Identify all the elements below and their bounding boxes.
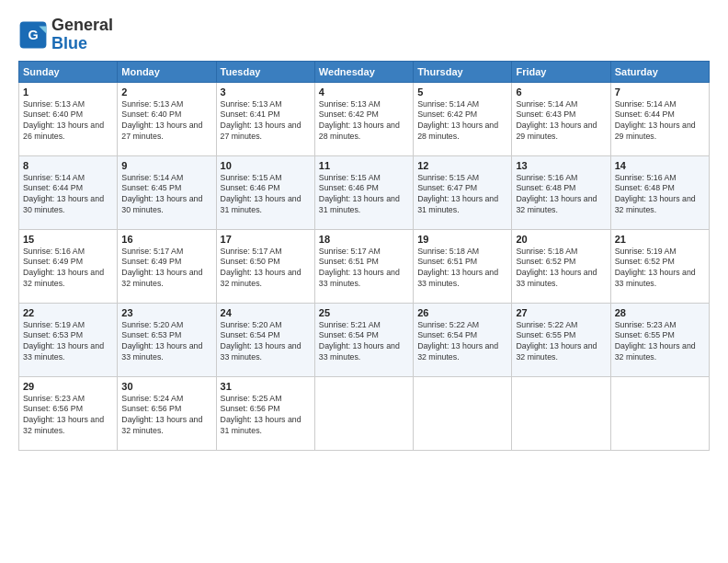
calendar-cell: 13Sunrise: 5:16 AMSunset: 6:48 PMDayligh… bbox=[512, 155, 610, 229]
day-info: Sunrise: 5:17 AMSunset: 6:49 PMDaylight:… bbox=[121, 247, 211, 291]
calendar-cell: 25Sunrise: 5:21 AMSunset: 6:54 PMDayligh… bbox=[314, 303, 413, 376]
day-number: 27 bbox=[516, 307, 606, 318]
page: G GeneralBlue SundayMondayTuesdayWednesd… bbox=[0, 0, 728, 563]
calendar-cell: 14Sunrise: 5:16 AMSunset: 6:48 PMDayligh… bbox=[610, 155, 709, 229]
weekday-header-sunday: Sunday bbox=[19, 61, 118, 82]
calendar-cell: 26Sunrise: 5:22 AMSunset: 6:54 PMDayligh… bbox=[414, 303, 512, 376]
day-info: Sunrise: 5:20 AMSunset: 6:54 PMDaylight:… bbox=[221, 320, 311, 364]
day-info: Sunrise: 5:16 AMSunset: 6:48 PMDaylight:… bbox=[615, 173, 705, 217]
calendar-cell: 23Sunrise: 5:20 AMSunset: 6:53 PMDayligh… bbox=[118, 303, 216, 376]
day-number: 25 bbox=[319, 307, 409, 318]
day-info: Sunrise: 5:15 AMSunset: 6:46 PMDaylight:… bbox=[319, 173, 409, 217]
calendar-week-row: 22Sunrise: 5:19 AMSunset: 6:53 PMDayligh… bbox=[19, 303, 710, 376]
day-number: 30 bbox=[121, 381, 211, 392]
calendar-week-row: 8Sunrise: 5:14 AMSunset: 6:44 PMDaylight… bbox=[19, 155, 710, 229]
day-info: Sunrise: 5:18 AMSunset: 6:52 PMDaylight:… bbox=[516, 247, 606, 291]
day-info: Sunrise: 5:22 AMSunset: 6:55 PMDaylight:… bbox=[516, 320, 606, 364]
calendar-cell bbox=[512, 376, 610, 450]
day-number: 10 bbox=[221, 160, 311, 171]
day-info: Sunrise: 5:14 AMSunset: 6:43 PMDaylight:… bbox=[516, 99, 606, 144]
calendar-cell: 2Sunrise: 5:13 AMSunset: 6:40 PMDaylight… bbox=[118, 82, 216, 155]
calendar-cell: 28Sunrise: 5:23 AMSunset: 6:55 PMDayligh… bbox=[610, 303, 709, 376]
day-info: Sunrise: 5:13 AMSunset: 6:41 PMDaylight:… bbox=[221, 99, 311, 144]
day-info: Sunrise: 5:18 AMSunset: 6:51 PMDaylight:… bbox=[417, 247, 507, 291]
logo-icon: G bbox=[18, 20, 48, 50]
day-info: Sunrise: 5:19 AMSunset: 6:52 PMDaylight:… bbox=[615, 247, 705, 291]
calendar-cell: 21Sunrise: 5:19 AMSunset: 6:52 PMDayligh… bbox=[610, 229, 709, 303]
day-info: Sunrise: 5:20 AMSunset: 6:53 PMDaylight:… bbox=[121, 320, 211, 364]
day-number: 20 bbox=[516, 234, 606, 245]
day-number: 5 bbox=[417, 86, 507, 98]
calendar-cell: 27Sunrise: 5:22 AMSunset: 6:55 PMDayligh… bbox=[512, 303, 610, 376]
calendar-cell: 4Sunrise: 5:13 AMSunset: 6:42 PMDaylight… bbox=[314, 82, 413, 155]
calendar-cell: 15Sunrise: 5:16 AMSunset: 6:49 PMDayligh… bbox=[19, 229, 118, 303]
day-number: 9 bbox=[121, 160, 211, 171]
day-number: 17 bbox=[221, 234, 311, 245]
day-number: 8 bbox=[23, 160, 113, 171]
calendar-cell: 30Sunrise: 5:24 AMSunset: 6:56 PMDayligh… bbox=[118, 376, 216, 450]
calendar-cell: 19Sunrise: 5:18 AMSunset: 6:51 PMDayligh… bbox=[414, 229, 512, 303]
calendar-cell: 18Sunrise: 5:17 AMSunset: 6:51 PMDayligh… bbox=[314, 229, 413, 303]
calendar-cell: 20Sunrise: 5:18 AMSunset: 6:52 PMDayligh… bbox=[512, 229, 610, 303]
calendar-cell: 12Sunrise: 5:15 AMSunset: 6:47 PMDayligh… bbox=[414, 155, 512, 229]
day-number: 4 bbox=[319, 86, 409, 98]
calendar-cell: 16Sunrise: 5:17 AMSunset: 6:49 PMDayligh… bbox=[118, 229, 216, 303]
day-number: 28 bbox=[615, 307, 705, 318]
calendar-cell: 17Sunrise: 5:17 AMSunset: 6:50 PMDayligh… bbox=[216, 229, 314, 303]
weekday-header-wednesday: Wednesday bbox=[314, 61, 413, 82]
weekday-header-saturday: Saturday bbox=[610, 61, 709, 82]
calendar-cell: 6Sunrise: 5:14 AMSunset: 6:43 PMDaylight… bbox=[512, 82, 610, 155]
day-info: Sunrise: 5:15 AMSunset: 6:47 PMDaylight:… bbox=[417, 173, 507, 217]
weekday-header-thursday: Thursday bbox=[414, 61, 512, 82]
day-number: 24 bbox=[221, 307, 311, 318]
day-info: Sunrise: 5:16 AMSunset: 6:48 PMDaylight:… bbox=[516, 173, 606, 217]
day-info: Sunrise: 5:14 AMSunset: 6:45 PMDaylight:… bbox=[121, 173, 211, 217]
day-number: 11 bbox=[319, 160, 409, 171]
day-number: 13 bbox=[516, 160, 606, 171]
day-info: Sunrise: 5:13 AMSunset: 6:42 PMDaylight:… bbox=[319, 99, 409, 144]
day-info: Sunrise: 5:23 AMSunset: 6:56 PMDaylight:… bbox=[23, 394, 113, 438]
day-info: Sunrise: 5:16 AMSunset: 6:49 PMDaylight:… bbox=[23, 247, 113, 291]
day-number: 7 bbox=[615, 86, 705, 98]
day-info: Sunrise: 5:13 AMSunset: 6:40 PMDaylight:… bbox=[23, 99, 113, 144]
day-number: 1 bbox=[23, 86, 113, 98]
calendar-cell: 31Sunrise: 5:25 AMSunset: 6:56 PMDayligh… bbox=[216, 376, 314, 450]
day-number: 3 bbox=[221, 86, 311, 98]
weekday-header-friday: Friday bbox=[512, 61, 610, 82]
day-number: 26 bbox=[417, 307, 507, 318]
day-number: 19 bbox=[417, 234, 507, 245]
day-info: Sunrise: 5:13 AMSunset: 6:40 PMDaylight:… bbox=[121, 99, 211, 144]
calendar-cell: 29Sunrise: 5:23 AMSunset: 6:56 PMDayligh… bbox=[19, 376, 118, 450]
day-number: 21 bbox=[615, 234, 705, 245]
day-number: 6 bbox=[516, 86, 606, 98]
calendar-cell: 3Sunrise: 5:13 AMSunset: 6:41 PMDaylight… bbox=[216, 82, 314, 155]
svg-text:G: G bbox=[28, 28, 38, 42]
day-info: Sunrise: 5:14 AMSunset: 6:44 PMDaylight:… bbox=[615, 99, 705, 144]
day-number: 31 bbox=[221, 381, 311, 392]
calendar-cell: 22Sunrise: 5:19 AMSunset: 6:53 PMDayligh… bbox=[19, 303, 118, 376]
calendar-cell bbox=[414, 376, 512, 450]
calendar-cell: 24Sunrise: 5:20 AMSunset: 6:54 PMDayligh… bbox=[216, 303, 314, 376]
calendar-cell: 11Sunrise: 5:15 AMSunset: 6:46 PMDayligh… bbox=[314, 155, 413, 229]
day-info: Sunrise: 5:22 AMSunset: 6:54 PMDaylight:… bbox=[417, 320, 507, 364]
calendar-cell bbox=[610, 376, 709, 450]
day-number: 16 bbox=[121, 234, 211, 245]
day-info: Sunrise: 5:23 AMSunset: 6:55 PMDaylight:… bbox=[615, 320, 705, 364]
day-info: Sunrise: 5:21 AMSunset: 6:54 PMDaylight:… bbox=[319, 320, 409, 364]
weekday-header-monday: Monday bbox=[118, 61, 216, 82]
calendar-week-row: 15Sunrise: 5:16 AMSunset: 6:49 PMDayligh… bbox=[19, 229, 710, 303]
day-info: Sunrise: 5:14 AMSunset: 6:44 PMDaylight:… bbox=[23, 173, 113, 217]
day-number: 2 bbox=[121, 86, 211, 98]
day-number: 14 bbox=[615, 160, 705, 171]
header: G GeneralBlue bbox=[18, 17, 710, 53]
weekday-header-row: SundayMondayTuesdayWednesdayThursdayFrid… bbox=[19, 61, 710, 82]
calendar-week-row: 1Sunrise: 5:13 AMSunset: 6:40 PMDaylight… bbox=[19, 82, 710, 155]
calendar-week-row: 29Sunrise: 5:23 AMSunset: 6:56 PMDayligh… bbox=[19, 376, 710, 450]
calendar-cell: 1Sunrise: 5:13 AMSunset: 6:40 PMDaylight… bbox=[19, 82, 118, 155]
day-info: Sunrise: 5:24 AMSunset: 6:56 PMDaylight:… bbox=[121, 394, 211, 438]
calendar-cell: 10Sunrise: 5:15 AMSunset: 6:46 PMDayligh… bbox=[216, 155, 314, 229]
calendar-table: SundayMondayTuesdayWednesdayThursdayFrid… bbox=[18, 61, 710, 451]
day-number: 12 bbox=[417, 160, 507, 171]
day-info: Sunrise: 5:17 AMSunset: 6:51 PMDaylight:… bbox=[319, 247, 409, 291]
day-info: Sunrise: 5:14 AMSunset: 6:42 PMDaylight:… bbox=[417, 99, 507, 144]
